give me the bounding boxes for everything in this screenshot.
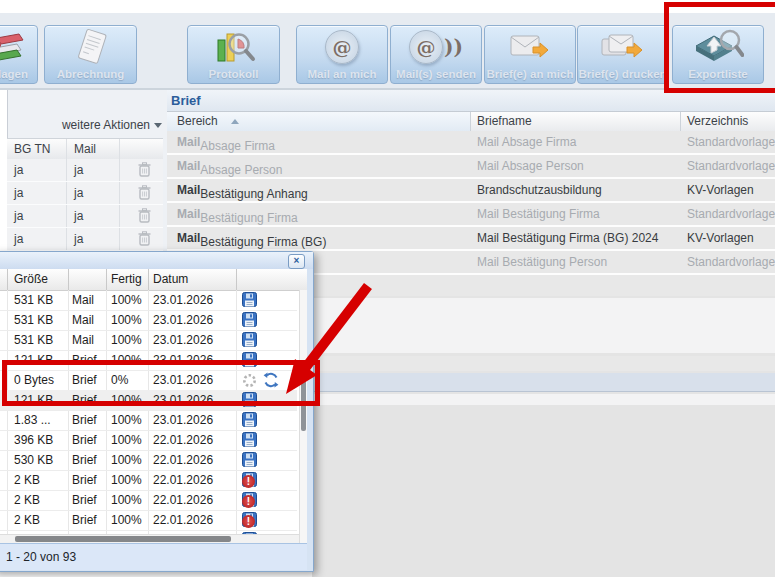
save-icon[interactable]	[242, 412, 257, 427]
table-row[interactable]: 2 KBBrief100%22.01.2026 !	[0, 510, 297, 531]
error-icon: !	[242, 495, 255, 508]
cell-fertig: 100%	[111, 453, 142, 467]
column-header-briefname[interactable]: Briefname	[477, 114, 532, 128]
cell-verzeichnis: KV-Vorlagen	[687, 183, 754, 197]
popup-grid: Größe Fertig Datum 531 KBMail100%23.01.2…	[0, 269, 307, 543]
toolbar-button-label: Brief(e) an mich	[485, 68, 575, 80]
cell-bereich: Absage Person	[200, 163, 282, 177]
cell-mail: ja	[74, 186, 83, 200]
column-header-datum[interactable]: Datum	[153, 272, 188, 286]
cell-bereich-prefix: Mail	[177, 135, 200, 149]
cell-groesse: 531 KB	[14, 333, 53, 347]
at-icon: @	[325, 30, 359, 64]
table-row[interactable]: 531 KBMail100%23.01.2026	[0, 310, 297, 331]
more-actions-dropdown[interactable]: weitere Aktionen	[62, 118, 162, 132]
table-row[interactable]: ja ja	[7, 182, 163, 206]
close-icon[interactable]: ×	[288, 254, 305, 269]
cell-verzeichnis: Standardvorlagen	[687, 207, 775, 221]
cell-briefname: Brandschutzausbildung	[477, 183, 602, 197]
error-icon: !	[242, 515, 255, 528]
table-row[interactable]: Mail Bestätigung Firma Mail Bestätigung …	[167, 203, 775, 227]
popup-paging-footer: 1 - 20 von 93	[0, 543, 307, 570]
column-header-fertig[interactable]: Fertig	[111, 272, 142, 286]
chart-magnifier-icon	[188, 27, 279, 67]
table-row[interactable]: Mail Bestätigung Anhang Brandschutzausbi…	[167, 179, 775, 203]
table-row[interactable]: 396 KBBrief100%22.01.2026	[0, 430, 297, 451]
cell-datum: 22.01.2026	[153, 473, 213, 487]
table-row[interactable]: ja ja	[7, 205, 163, 229]
application-window: lagen Abrechnung	[0, 0, 775, 577]
cell-groesse: 396 KB	[14, 433, 53, 447]
table-row[interactable]: Mail Absage Firma Mail Absage Firma Stan…	[167, 131, 775, 155]
cell-briefname: Mail Bestätigung Firma	[477, 207, 600, 221]
table-row[interactable]: 530 KBBrief100%22.01.2026	[0, 450, 297, 471]
table-row[interactable]: 531 KBMail100%23.01.2026	[0, 290, 297, 311]
cell-briefname: Mail Absage Person	[477, 159, 584, 173]
cell-typ: Brief	[72, 513, 97, 527]
trash-icon[interactable]	[138, 208, 151, 226]
trash-icon[interactable]	[138, 162, 151, 180]
cell-typ: Mail	[72, 293, 94, 307]
cell-datum: 22.01.2026	[153, 453, 213, 467]
toolbar-button-label: Abrechnung	[45, 68, 136, 80]
cell-datum: 22.01.2026	[153, 493, 213, 507]
cell-typ: Brief	[72, 413, 97, 427]
cell-fertig: 100%	[111, 513, 142, 527]
horizontal-scrollbar-thumb[interactable]	[15, 536, 231, 542]
column-header-bereich-label: Bereich	[177, 114, 218, 128]
table-row[interactable]: ja ja	[7, 159, 163, 183]
cell-briefname: Mail Absage Firma	[477, 135, 576, 149]
at-multi-icon: @	[409, 30, 443, 64]
trash-icon[interactable]	[138, 231, 151, 249]
table-row[interactable]: ja ja	[7, 228, 163, 252]
toolbar-button-mail-an-mich[interactable]: @ Mail an mich	[296, 25, 388, 84]
download-popup: × Größe Fertig Datum 531 KBMail100%23.01…	[0, 251, 314, 572]
table-row[interactable]: Mail Absage Person Mail Absage Person St…	[167, 155, 775, 179]
column-header-mail: Mail	[74, 142, 96, 156]
toolbar-button-briefe-an-mich[interactable]: Brief(e) an mich	[484, 25, 576, 84]
cell-groesse: 531 KB	[14, 293, 53, 307]
more-actions-label: weitere Aktionen	[62, 118, 150, 132]
table-row[interactable]: 1.83 ...Brief100%23.01.2026	[0, 410, 297, 431]
column-header-verzeichnis[interactable]: Verzeichnis	[687, 114, 748, 128]
toolbar-button-label: Mail an mich	[297, 68, 387, 80]
popup-titlebar[interactable]: ×	[0, 252, 313, 269]
toolbar-button-protokoll[interactable]: Protokoll	[187, 25, 280, 84]
save-icon[interactable]	[242, 452, 257, 467]
left-grid-header[interactable]: BG TN Mail	[7, 138, 163, 160]
table-row[interactable]: 531 KBMail100%23.01.2026	[0, 330, 297, 351]
popup-grid-header[interactable]: Größe Fertig Datum	[0, 269, 307, 291]
cell-verzeichnis: Standardvorlagen	[687, 135, 775, 149]
chevron-down-icon	[154, 123, 162, 128]
trash-icon[interactable]	[138, 185, 151, 203]
cell-mail: ja	[74, 209, 83, 223]
toolbar-button-abrechnung[interactable]: Abrechnung	[44, 25, 137, 84]
sort-asc-icon	[231, 119, 239, 124]
save-icon[interactable]	[242, 432, 257, 447]
cell-briefname: Mail Bestätigung Person	[477, 255, 607, 269]
toolbar-button-vorlagen-cut[interactable]: lagen	[0, 25, 38, 84]
at-multi-parens: ))	[444, 35, 463, 59]
cell-bereich: Bestätigung Firma (BG)	[200, 235, 326, 249]
table-row[interactable]: Mail Bestätigung Firma (BG) Mail Bestäti…	[167, 227, 775, 251]
table-row[interactable]: 2 KBBrief100%22.01.2026 !	[0, 470, 297, 491]
toolbar-button-briefe-drucken[interactable]: Brief(e) drucken	[577, 25, 668, 84]
cell-typ: Mail	[72, 313, 94, 327]
books-icon	[0, 27, 37, 67]
annotation-arrow	[270, 275, 400, 400]
cell-groesse: 1.83 ...	[14, 413, 51, 427]
page-title: Brief	[171, 93, 201, 108]
toolbar-button-mails-senden[interactable]: @ )) Mail(s) senden	[390, 25, 482, 84]
cell-bereich-prefix: Mail	[177, 231, 200, 245]
toolbar-button-label: lagen	[0, 68, 37, 80]
cell-bg-tn: ja	[14, 232, 23, 246]
table-row[interactable]: 2 KBBrief100%22.01.2026 !	[0, 490, 297, 511]
envelope-arrow-icon	[485, 27, 575, 67]
save-icon[interactable]	[242, 312, 257, 327]
cell-bereich: Bestätigung Anhang	[200, 187, 307, 201]
horizontal-scrollbar[interactable]	[0, 534, 299, 543]
save-icon[interactable]	[242, 292, 257, 307]
cell-bereich: Absage Firma	[200, 139, 275, 153]
column-header-groesse[interactable]: Größe	[14, 272, 48, 286]
save-icon[interactable]	[242, 332, 257, 347]
